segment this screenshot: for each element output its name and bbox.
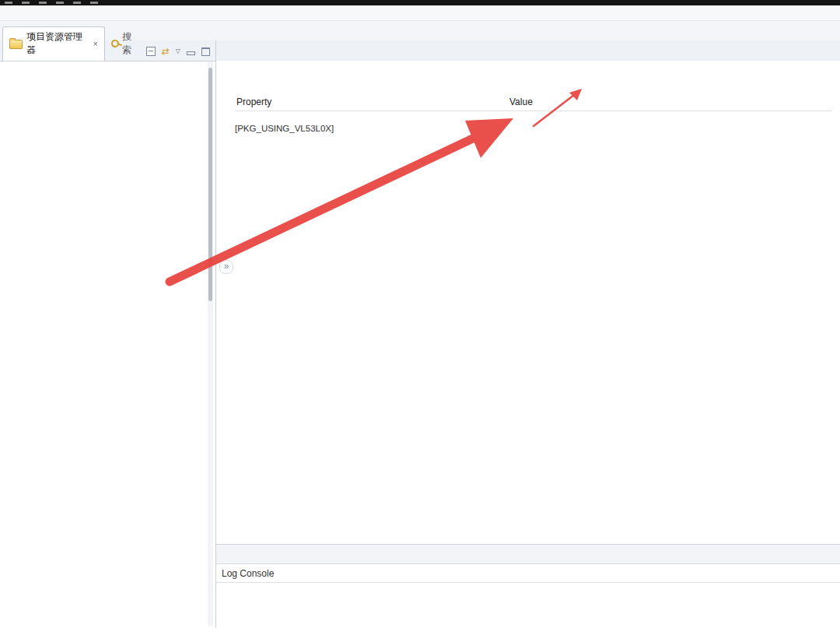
explorer-toolbar: ⇄ ▽	[146, 47, 215, 61]
config-macro-note: [PKG_USING_VL53L0X]	[235, 124, 832, 133]
link-with-editor-icon[interactable]: ⇄	[162, 47, 170, 55]
minimize-icon[interactable]	[187, 51, 195, 55]
settings-editor: » Property Value [PKG_USING_VL53L0X]	[216, 61, 840, 545]
table-header: Property Value	[235, 93, 832, 111]
console-panel: Log Console	[216, 544, 840, 628]
project-explorer-tab-label: 项目资源管理器	[26, 30, 88, 57]
tab-search[interactable]: 搜索	[105, 27, 146, 61]
close-icon[interactable]: ×	[93, 40, 98, 48]
ide-window: 项目资源管理器 × 搜索 ⇄ ▽	[0, 0, 840, 628]
console-title: Log Console	[216, 564, 840, 583]
console-tab-strip	[216, 545, 840, 564]
packages-table: Property Value [PKG_USING_VL53L0X]	[235, 93, 832, 133]
editor-tab-strip	[216, 40, 840, 61]
explorer-tab-strip: 项目资源管理器 × 搜索 ⇄ ▽	[0, 40, 215, 61]
menu-bar	[0, 5, 840, 21]
settings-tab-strip	[235, 65, 838, 89]
collapse-all-icon[interactable]	[146, 47, 156, 56]
search-wrench-icon	[110, 39, 119, 49]
tab-project-explorer[interactable]: 项目资源管理器 ×	[2, 26, 105, 61]
tree-scrollbar-thumb[interactable]	[208, 68, 212, 301]
project-tree	[0, 61, 206, 628]
project-explorer-icon	[9, 40, 23, 49]
tree-scrollbar[interactable]	[208, 61, 213, 626]
project-explorer-panel: 项目资源管理器 × 搜索 ⇄ ▽	[0, 40, 216, 628]
restore-panel-button[interactable]: »	[219, 260, 233, 274]
maximize-icon[interactable]	[201, 47, 210, 56]
window-titlebar	[0, 0, 840, 5]
value-header: Value	[509, 96, 533, 107]
search-tab-label: 搜索	[122, 30, 140, 57]
main-area: 项目资源管理器 × 搜索 ⇄ ▽	[0, 40, 840, 628]
property-header: Property	[235, 96, 509, 107]
editor-area: » Property Value [PKG_USING_VL53L0X] L	[216, 40, 840, 628]
view-menu-icon[interactable]: ▽	[176, 47, 180, 55]
